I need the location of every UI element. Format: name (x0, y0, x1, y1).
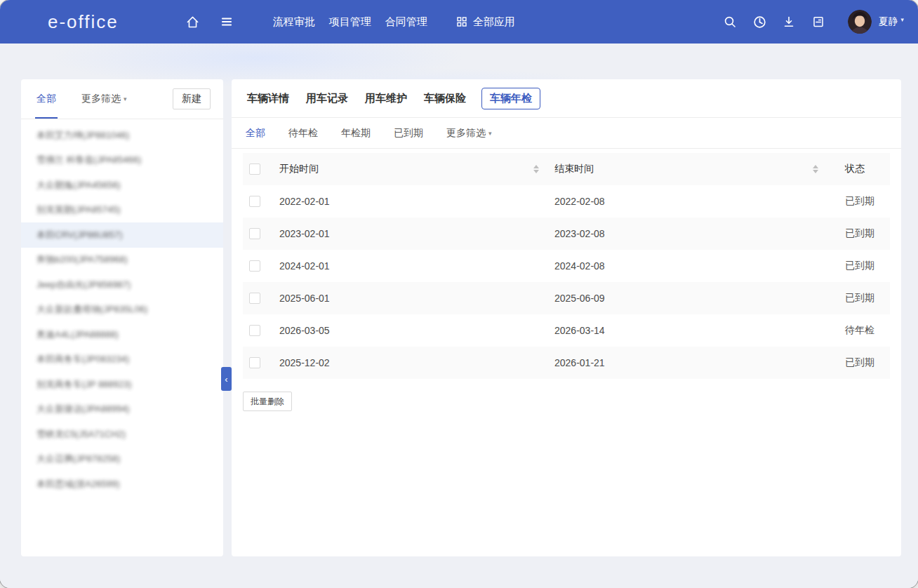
sort-icon[interactable] (533, 165, 539, 173)
table-body: 2022-02-012022-02-08已到期2023-02-012023-02… (243, 185, 890, 379)
main-panel: 车辆详情用车记录用车维护车辆保险车辆年检 全部待年检年检期已到期更多筛选▾ 开始… (232, 79, 901, 556)
row-checkbox[interactable] (249, 293, 260, 304)
list-item[interactable]: 本田艾力绅(JP881046) (21, 123, 223, 148)
list-item[interactable]: 大众新捷达(JPA88994) (21, 397, 223, 422)
column-title: 状态 (845, 163, 865, 175)
list-item[interactable]: 奥迪A4L(JPA88888) (21, 322, 223, 347)
sort-icon[interactable] (813, 165, 818, 173)
row-checkbox[interactable] (249, 260, 260, 272)
filter-item-3[interactable]: 年检期 (341, 127, 371, 140)
column-header-3: 状态 (828, 163, 890, 175)
table-row: 2025-06-012025-06-09已到期 (243, 282, 890, 314)
vehicle-label: 别克英朗(JPA85745) (36, 203, 121, 216)
vehicle-label: Jeep自由光(JP856987) (36, 279, 131, 291)
cell-status: 已到期 (828, 292, 890, 305)
cell-end-time: 2025-06-09 (549, 293, 828, 304)
filter-item-5[interactable]: 更多筛选▾ (446, 127, 492, 140)
list-item[interactable]: 大众朗逸(JPA45656) (21, 173, 223, 198)
cell-end-time: 2023-02-08 (549, 228, 828, 239)
document-icon[interactable] (809, 12, 828, 32)
row-checkbox-cell (243, 293, 274, 304)
filter-row: 全部待年检年检期已到期更多筛选▾ (232, 118, 901, 149)
column-title: 结束时间 (554, 163, 594, 175)
row-checkbox[interactable] (249, 228, 260, 239)
cell-end-time: 2026-03-14 (549, 325, 828, 336)
list-item[interactable]: 本田商务车(JP083234) (21, 347, 223, 373)
filter-label: 已到期 (394, 127, 423, 140)
tabs-row: 车辆详情用车记录用车维护车辆保险车辆年检 (232, 79, 901, 118)
tab-3[interactable]: 用车维护 (364, 88, 408, 109)
tab-4[interactable]: 车辆保险 (423, 88, 467, 109)
list-item[interactable]: 别克商务车(JP 888923) (21, 372, 223, 397)
filter-label: 全部 (246, 127, 265, 140)
apps-grid-icon (455, 15, 468, 28)
list-item[interactable]: 奔驰b200(JPA758968) (21, 248, 223, 273)
user-name[interactable]: 夏静 (878, 15, 898, 28)
inspection-table: 开始时间结束时间状态 2022-02-012022-02-08已到期2023-0… (243, 153, 890, 379)
sidebar-collapse-handle[interactable]: ‹ (221, 367, 232, 391)
list-item[interactable]: Jeep自由光(JP856987) (21, 272, 223, 298)
sidebar: 全部 更多筛选 ▾ 新建 本田艾力绅(JP881046)雪佛兰 科鲁兹(JPA8… (21, 79, 223, 556)
filter-item-4[interactable]: 已到期 (394, 127, 423, 140)
column-title: 开始时间 (279, 163, 319, 175)
user-menu-caret-icon[interactable]: ▾ (900, 16, 904, 23)
tab-1[interactable]: 车辆详情 (246, 88, 291, 109)
topbar: e-office 流程审批项目管理合同管理 全部应用 (0, 0, 918, 44)
list-item[interactable]: 雪佛兰 科鲁兹(JPA85466) (21, 148, 223, 173)
cell-start-time: 2025-06-01 (274, 293, 549, 304)
sidebar-tab-all[interactable]: 全部 (36, 93, 56, 105)
menu-icon[interactable] (217, 12, 237, 32)
new-button[interactable]: 新建 (173, 88, 211, 109)
cell-start-time: 2026-03-05 (274, 325, 549, 336)
avatar[interactable] (848, 10, 872, 34)
table-row: 2023-02-012023-02-08已到期 (243, 218, 890, 250)
tab-2[interactable]: 用车记录 (305, 88, 350, 109)
vehicle-label: 雪铁龙C5(J5A71CH2) (36, 428, 126, 441)
clock-icon[interactable] (750, 12, 769, 32)
row-checkbox-cell (243, 260, 274, 272)
caret-up-icon (533, 165, 539, 168)
list-item[interactable]: 雪铁龙C5(J5A71CH2) (21, 422, 223, 447)
search-icon[interactable] (720, 12, 740, 32)
caret-down-icon (813, 170, 818, 173)
caret-up-icon (813, 165, 818, 168)
nav-item-1[interactable]: 流程审批 (272, 13, 317, 32)
list-item[interactable]: 大众新款桑塔纳(JP835L06) (21, 298, 223, 323)
caret-down-icon (533, 170, 539, 173)
sidebar-more-filter[interactable]: 更多筛选 ▾ (81, 93, 127, 105)
cell-end-time: 2024-02-08 (549, 260, 828, 272)
batch-delete-button[interactable]: 批量删除 (243, 392, 292, 411)
list-item[interactable]: 别克英朗(JPA85745) (21, 198, 223, 223)
cell-start-time: 2024-02-01 (274, 260, 549, 272)
download-icon[interactable] (779, 12, 799, 32)
nav-item-3[interactable]: 合同管理 (384, 13, 429, 32)
row-checkbox[interactable] (249, 196, 260, 207)
nav-item-2[interactable]: 项目管理 (328, 13, 373, 32)
row-checkbox-cell (243, 228, 274, 239)
list-item[interactable]: 本田CRV(JP86U857) (21, 222, 223, 248)
cell-start-time: 2023-02-01 (274, 228, 549, 239)
vehicle-label: 大众新捷达(JPA88994) (36, 403, 130, 415)
select-all-checkbox[interactable] (249, 163, 260, 175)
filter-item-2[interactable]: 待年检 (288, 127, 318, 140)
filter-label: 待年检 (288, 127, 318, 140)
table-row: 2025-12-022026-01-21已到期 (243, 347, 890, 379)
app-logo: e-office (48, 11, 119, 33)
all-apps-button[interactable]: 全部应用 (455, 15, 515, 29)
row-checkbox[interactable] (249, 325, 260, 336)
vehicle-label: 别克商务车(JP 888923) (36, 378, 132, 391)
chevron-down-icon: ▾ (124, 95, 127, 102)
home-icon[interactable] (183, 12, 203, 32)
filter-label: 更多筛选 (446, 127, 486, 140)
vehicle-label: 本田思域(浙A26599) (36, 478, 119, 490)
filter-item-1[interactable]: 全部 (246, 127, 265, 140)
list-item[interactable]: 大众迈腾(JP878258) (21, 447, 223, 472)
cell-end-time: 2026-01-21 (549, 357, 828, 368)
vehicle-label: 大众朗逸(JPA45656) (36, 179, 121, 192)
list-item[interactable]: 本田思域(浙A26599) (21, 472, 223, 497)
row-checkbox[interactable] (249, 357, 260, 368)
vehicle-label: 大众迈腾(JP878258) (36, 453, 120, 465)
cell-status: 待年检 (828, 324, 890, 337)
vehicle-label: 本田CRV(JP86U857) (36, 229, 123, 241)
tab-5[interactable]: 车辆年检 (481, 88, 540, 109)
